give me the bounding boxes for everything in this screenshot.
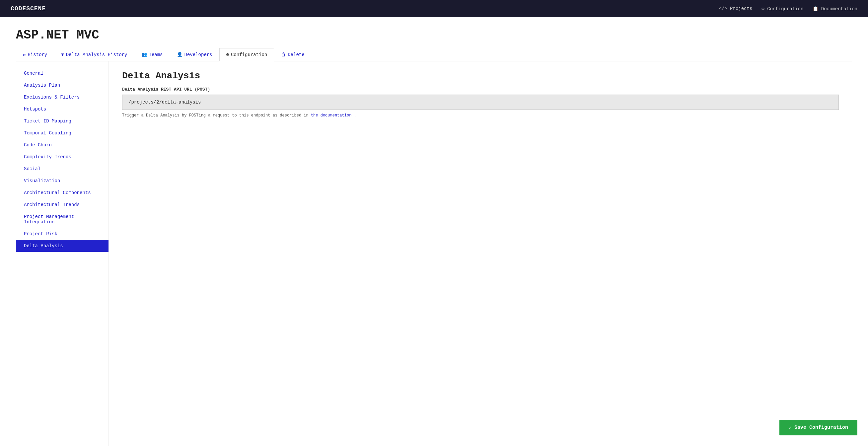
filter-icon: ▼	[61, 52, 64, 57]
save-configuration-button[interactable]: ✓ Save Configuration	[779, 420, 857, 436]
sidebar-item-complexity-trends[interactable]: Complexity Trends	[16, 151, 108, 163]
section-title: Delta Analysis	[122, 71, 839, 81]
config-icon: ⚙	[226, 52, 229, 57]
main-content: General Analysis Plan Exclusions & Filte…	[16, 61, 852, 446]
sidebar-item-architectural-components[interactable]: Architectural Components	[16, 187, 108, 199]
content-area: Delta Analysis Delta Analysis REST API U…	[109, 61, 852, 446]
sidebar-item-social[interactable]: Social	[16, 163, 108, 175]
field-label: Delta Analysis REST API URL (POST)	[122, 87, 839, 92]
developers-icon: 👤	[177, 52, 183, 57]
documentation-link[interactable]: the documentation	[311, 113, 351, 118]
navbar: CODESCENE </> Projects ⚙ Configuration 📋…	[0, 0, 868, 17]
teams-icon: 👥	[141, 52, 147, 57]
sidebar-item-ticket-id-mapping[interactable]: Ticket ID Mapping	[16, 115, 108, 127]
code-icon: </>	[719, 6, 727, 11]
tab-history[interactable]: ↺ History	[16, 48, 54, 61]
tab-bar: ↺ History ▼ Delta Analysis History 👥 Tea…	[16, 48, 852, 61]
project-title: ASP.NET MVC	[16, 28, 852, 42]
sidebar-item-temporal-coupling[interactable]: Temporal Coupling	[16, 127, 108, 139]
save-button-wrapper: ✓ Save Configuration	[779, 420, 857, 436]
navbar-links: </> Projects ⚙ Configuration 📋 Documenta…	[719, 6, 857, 11]
api-url-display: /projects/2/delta-analysis	[122, 95, 839, 110]
tab-configuration[interactable]: ⚙ Configuration	[219, 48, 274, 61]
tab-delete[interactable]: 🗑 Delete	[274, 49, 311, 61]
sidebar-item-exclusions-filters[interactable]: Exclusions & Filters	[16, 91, 108, 103]
tab-delta-analysis-history[interactable]: ▼ Delta Analysis History	[54, 49, 134, 61]
sidebar-item-visualization[interactable]: Visualization	[16, 175, 108, 187]
tab-teams[interactable]: 👥 Teams	[134, 48, 170, 61]
help-text: Trigger a Delta Analysis by POSTing a re…	[122, 113, 839, 118]
sidebar-item-general[interactable]: General	[16, 67, 108, 79]
gear-icon: ⚙	[762, 6, 764, 11]
page-wrapper: ASP.NET MVC ↺ History ▼ Delta Analysis H…	[0, 17, 868, 446]
sidebar-item-delta-analysis[interactable]: Delta Analysis	[16, 240, 108, 252]
brand-logo: CODESCENE	[11, 5, 46, 12]
sidebar: General Analysis Plan Exclusions & Filte…	[16, 61, 109, 446]
nav-documentation[interactable]: 📋 Documentation	[813, 6, 857, 11]
history-icon: ↺	[23, 52, 26, 57]
sidebar-item-analysis-plan[interactable]: Analysis Plan	[16, 79, 108, 91]
sidebar-item-architectural-trends[interactable]: Architectural Trends	[16, 199, 108, 211]
sidebar-item-project-management-integration[interactable]: Project Management Integration	[16, 211, 108, 228]
nav-projects[interactable]: </> Projects	[719, 6, 752, 11]
sidebar-item-hotspots[interactable]: Hotspots	[16, 103, 108, 115]
delete-icon: 🗑	[281, 52, 286, 57]
checkmark-icon: ✓	[789, 424, 792, 431]
sidebar-item-code-churn[interactable]: Code Churn	[16, 139, 108, 151]
tab-developers[interactable]: 👤 Developers	[170, 48, 219, 61]
doc-icon: 📋	[813, 6, 818, 11]
sidebar-item-project-risk[interactable]: Project Risk	[16, 228, 108, 240]
nav-configuration[interactable]: ⚙ Configuration	[762, 6, 803, 11]
